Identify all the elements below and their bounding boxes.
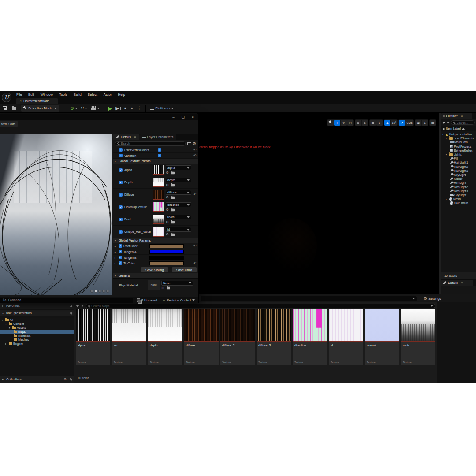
browse-asset-icon[interactable] — [171, 221, 175, 223]
visibility-eye-icon[interactable]: ◉ — [443, 127, 445, 130]
platforms-dropdown[interactable]: Platforms — [150, 106, 174, 111]
texture-asset-dropdown[interactable]: alpha — [166, 165, 191, 170]
menu-actor[interactable]: Actor — [100, 91, 115, 98]
asset-tile[interactable]: directionTexture — [293, 309, 327, 365]
rotation-snap-value[interactable]: 10° — [391, 120, 398, 126]
vector-parameter-row[interactable]: TipColor ↶ — [113, 260, 198, 266]
phys-material-dropdown[interactable]: None — [161, 281, 193, 286]
outliner-item[interactable]: RimLight — [441, 181, 476, 185]
display-options-icon[interactable] — [187, 142, 191, 145]
texture-asset-dropdown[interactable]: id — [166, 227, 191, 232]
platform-stats-button[interactable]: form Stats — [0, 121, 18, 127]
close-button[interactable]: × — [192, 115, 194, 119]
camera-speed-button[interactable]: ▣ — [415, 120, 421, 126]
texture-asset-dropdown[interactable]: direction — [166, 202, 191, 207]
save-child-button[interactable]: Save Child — [172, 267, 197, 272]
surface-snap-button[interactable]: ◈ — [362, 120, 368, 126]
grid-snap-button[interactable]: ▦ — [370, 120, 376, 126]
override-checkbox[interactable] — [119, 168, 123, 172]
play-button[interactable]: ▶ — [108, 105, 112, 112]
menu-select[interactable]: Select — [85, 91, 100, 98]
grid-snap-value[interactable]: 1 — [376, 120, 383, 126]
parameter-row[interactable]: UsesVertexColors ↶ — [113, 147, 198, 153]
browse-asset-icon[interactable] — [171, 184, 175, 186]
window-title-bar[interactable]: – ▢ × — [0, 114, 198, 120]
use-selected-asset-icon[interactable]: ⊙ — [166, 171, 169, 175]
play-options-icon[interactable]: ⋮ — [137, 106, 141, 111]
preview-mesh-button[interactable] — [106, 290, 109, 293]
folder-item[interactable]: Engine — [0, 342, 74, 346]
outliner-item[interactable]: HairLight3 — [441, 169, 476, 173]
viewport-layout-button[interactable]: ▦ — [430, 120, 436, 126]
menu-edit[interactable]: Edit — [25, 91, 37, 98]
console-command-input[interactable]: le Command — [0, 298, 133, 303]
save-sibling-button[interactable]: Save Sibling — [141, 267, 168, 272]
browse-asset-icon[interactable] — [171, 208, 175, 211]
asset-tile[interactable]: diffuse_2Texture — [220, 309, 255, 365]
color-swatch[interactable] — [149, 261, 184, 265]
use-selected-asset-icon[interactable]: ⊙ — [166, 220, 169, 224]
folder-item[interactable]: Materials — [0, 334, 74, 338]
value-checkbox[interactable] — [158, 154, 161, 157]
chevron-down-icon[interactable] — [447, 122, 450, 125]
close-icon[interactable]: × — [134, 135, 136, 139]
texture-asset-dropdown[interactable]: depth — [166, 178, 191, 182]
vector-parameter-row[interactable]: RootColor ↶ — [113, 243, 198, 249]
phys-material-thumbnail[interactable]: None — [148, 280, 160, 290]
add-actor-icon[interactable]: ⊕ — [70, 106, 77, 111]
override-checkbox[interactable] — [119, 218, 123, 221]
outliner-item[interactable]: PostProcess — [441, 145, 476, 149]
browse-asset-icon[interactable] — [171, 233, 175, 236]
texture-parameter-row[interactable]: Alpha alpha ⊙ — [113, 164, 198, 176]
override-checkbox[interactable] — [119, 154, 123, 157]
level-tab[interactable]: ⚠ Hairpresentation* — [16, 98, 58, 104]
folder-item[interactable]: Assets — [0, 326, 74, 330]
folder-item-selected[interactable]: Maps — [0, 330, 74, 334]
rotation-snap-button[interactable]: ∠ — [384, 120, 390, 126]
outliner-item[interactable]: SphereReflec — [441, 149, 476, 152]
phys-material-row[interactable]: Phys Material None None ⊙ — [113, 279, 198, 292]
outliner-item[interactable]: Hair_main — [441, 201, 476, 205]
texture-thumbnail[interactable] — [153, 215, 164, 224]
outliner-item[interactable]: HairLight2 — [441, 165, 476, 169]
outliner-search-input[interactable]: Search... — [451, 120, 475, 125]
details-tab[interactable]: Details × — [441, 280, 473, 286]
menu-build[interactable]: Build — [71, 91, 85, 98]
preview-cube-button[interactable] — [102, 290, 105, 293]
select-tool-button[interactable] — [327, 120, 334, 126]
revision-control-button[interactable]: ⋔ Revision Control — [163, 298, 195, 302]
reset-to-default-icon[interactable]: ↶ — [193, 148, 197, 152]
outliner-tab[interactable]: ≡ Outliner × — [441, 113, 472, 119]
content-browser-settings-button[interactable]: ⚙ Settings — [424, 296, 441, 301]
asset-tile[interactable]: alphaTexture — [76, 309, 110, 365]
unreal-logo-icon[interactable]: U — [2, 93, 11, 102]
asset-tile[interactable]: idTexture — [329, 309, 363, 365]
texture-parameter-row[interactable]: Diffuse diffuse ⊙ ↶ — [113, 189, 198, 201]
outliner-item[interactable]: Kicker — [441, 177, 476, 181]
details-tab[interactable]: Details × — [113, 134, 139, 140]
texture-thumbnail[interactable] — [153, 190, 164, 200]
asset-tile[interactable]: normalTexture — [365, 309, 399, 365]
browse-asset-icon[interactable] — [171, 171, 175, 174]
browse-content-icon[interactable] — [12, 107, 16, 110]
close-icon[interactable]: × — [461, 281, 463, 285]
outliner-item[interactable]: RimLight3 — [441, 189, 476, 193]
color-swatch[interactable] — [149, 244, 184, 248]
outliner-item[interactable]: MainCam — [441, 140, 476, 144]
details-search-input[interactable]: Search — [115, 141, 186, 146]
texture-parameter-row[interactable]: FlowMapTexture direction ⊙ — [113, 201, 198, 213]
close-icon[interactable]: × — [461, 114, 463, 118]
use-selected-asset-icon[interactable]: ⊙ — [166, 233, 169, 236]
outliner-item[interactable]: KeyLight — [441, 173, 476, 177]
unsaved-changes-button[interactable]: 2 Unsaved — [137, 298, 157, 302]
override-checkbox[interactable] — [119, 148, 123, 152]
add-collection-icon[interactable]: ⊕ — [63, 377, 67, 381]
preview-plane-button[interactable] — [98, 290, 101, 293]
texture-thumbnail[interactable] — [153, 202, 164, 212]
outliner-item[interactable]: LevelElements — [441, 136, 476, 140]
use-selected-asset-icon[interactable]: ⊙ — [161, 286, 164, 290]
minimize-button[interactable]: – — [172, 115, 174, 119]
favorites-section[interactable]: Favorites — [0, 302, 74, 309]
chevron-down-icon[interactable] — [81, 305, 84, 308]
reset-to-default-icon[interactable]: ↶ — [193, 261, 197, 265]
